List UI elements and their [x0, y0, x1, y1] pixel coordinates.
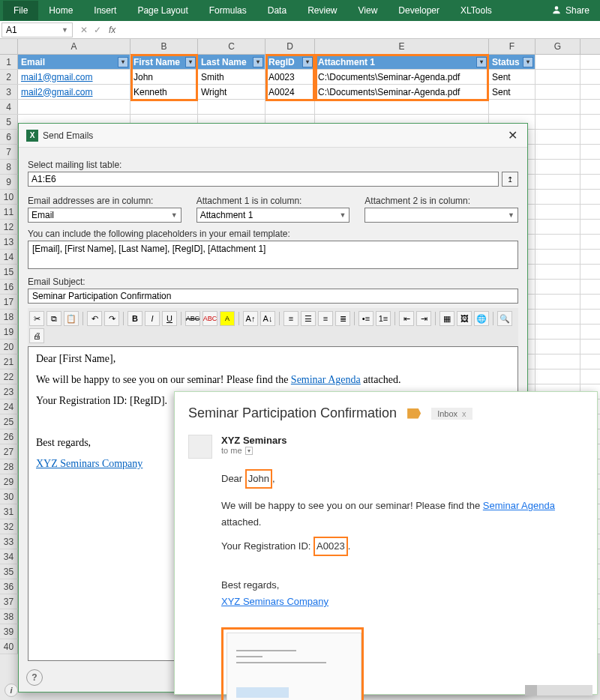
undo-icon[interactable]: ↶ [87, 311, 102, 326]
cell[interactable] [536, 100, 580, 114]
remove-label-icon[interactable]: x [462, 409, 466, 418]
print-icon[interactable]: 🖨 [29, 328, 44, 343]
fx-label[interactable]: fx [107, 25, 120, 35]
inbox-chip[interactable]: Inboxx [431, 408, 472, 420]
name-box[interactable]: A1 ▼ [2, 22, 73, 37]
row-header[interactable]: 32 [0, 519, 18, 534]
table-icon[interactable]: ▦ [440, 311, 454, 326]
ribbon-tab-data[interactable]: Data [257, 1, 297, 20]
row-header[interactable]: 28 [0, 459, 18, 474]
indent-icon[interactable]: ⇥ [416, 311, 431, 326]
cell[interactable] [536, 280, 580, 294]
row-header[interactable]: 18 [0, 310, 18, 324]
cell[interactable] [489, 100, 536, 114]
filter-icon[interactable]: ▾ [476, 57, 487, 67]
italic-button[interactable]: I [145, 311, 160, 326]
chevron-down-icon[interactable]: ▾ [245, 447, 253, 455]
label-tag-icon[interactable] [407, 408, 421, 419]
table-header-firstname[interactable]: First Name▾ [130, 55, 198, 69]
cell[interactable] [536, 190, 580, 204]
row-header[interactable]: 16 [0, 280, 18, 294]
ribbon-tab-formulas[interactable]: Formulas [199, 1, 257, 20]
row-header[interactable]: 35 [0, 564, 18, 579]
row-header[interactable]: 26 [0, 429, 18, 444]
col-header-d[interactable]: D [266, 39, 315, 54]
link-icon[interactable]: 🌐 [474, 311, 489, 326]
cell-email[interactable]: mail1@gmail.com [18, 70, 130, 84]
cancel-icon[interactable]: ✕ [80, 25, 88, 35]
cell[interactable] [536, 235, 580, 249]
attachment1-column-select[interactable]: Attachment 1▼ [196, 208, 350, 223]
seminar-agenda-link[interactable]: Seminar Agenda [483, 500, 555, 511]
ribbon-tab-review[interactable]: Review [297, 1, 347, 20]
row-header[interactable]: 14 [0, 250, 18, 264]
row-header[interactable]: 22 [0, 369, 18, 384]
cell-lastname[interactable]: Wright [198, 85, 266, 99]
cell-email[interactable]: mail2@gmail.com [18, 85, 130, 99]
row-header[interactable]: 6 [0, 130, 18, 144]
row-header[interactable]: 31 [0, 504, 18, 519]
filter-icon[interactable]: ▾ [523, 57, 533, 67]
cell-regid[interactable]: A0024 [266, 85, 315, 99]
attachment-card[interactable]: ▬▬▬▬▬▬▬▬▬▬▬▬▬▬▬▬▬▬▬▬▬▬▬▬▬▬▬▬▬▬▬▬▬▬▬▬▬▬▬▬… [226, 633, 362, 700]
cell[interactable] [536, 70, 580, 84]
redo-icon[interactable]: ↷ [104, 311, 119, 326]
seminar-agenda-link[interactable]: Seminar Agenda [291, 374, 361, 385]
row-header[interactable]: 5 [0, 115, 18, 129]
ribbon-tab-developer[interactable]: Developer [388, 1, 450, 20]
underline-button[interactable]: U [162, 311, 177, 326]
cell[interactable] [536, 295, 580, 309]
cell[interactable] [536, 145, 580, 159]
company-link[interactable]: XYZ Seminars Company [36, 458, 142, 469]
filter-icon[interactable]: ▾ [302, 57, 313, 67]
cell-status[interactable]: Sent [489, 70, 536, 84]
cell[interactable] [536, 310, 580, 324]
row-header[interactable]: 8 [0, 160, 18, 174]
cell[interactable] [536, 369, 580, 384]
cell[interactable] [536, 205, 580, 219]
row-header[interactable]: 11 [0, 205, 18, 219]
copy-icon[interactable]: ⧉ [46, 311, 62, 326]
filter-icon[interactable]: ▾ [253, 57, 263, 67]
align-center-icon[interactable]: ☰ [301, 311, 316, 326]
cell-firstname[interactable]: John [130, 70, 198, 84]
cell[interactable] [536, 265, 580, 279]
ribbon-tab-file[interactable]: File [3, 1, 38, 20]
cell-regid[interactable]: A0023 [266, 70, 315, 84]
find-icon[interactable]: 🔍 [497, 311, 512, 326]
ribbon-tab-page-layout[interactable]: Page Layout [127, 1, 198, 20]
cell-lastname[interactable]: Smith [198, 70, 266, 84]
gmail-to[interactable]: to me▾ [221, 446, 286, 455]
font-increase-icon[interactable]: A↑ [243, 311, 258, 326]
row-header[interactable]: 15 [0, 265, 18, 279]
row-header[interactable]: 13 [0, 235, 18, 249]
col-header-a[interactable]: A [18, 39, 130, 54]
text-color-button[interactable]: ABC [202, 311, 218, 326]
company-link[interactable]: XYZ Seminars Company [221, 596, 328, 607]
bullets-icon[interactable]: •≡ [358, 311, 374, 326]
cell[interactable] [536, 115, 580, 129]
table-header-attachment[interactable]: Attachment 1▾ [315, 55, 489, 69]
row-header[interactable]: 39 [0, 624, 18, 639]
cell-attachment[interactable]: C:\Documents\Seminar-Agenda.pdf [315, 85, 489, 99]
row-header[interactable]: 10 [0, 190, 18, 204]
table-header-regid[interactable]: RegID▾ [266, 55, 315, 69]
filter-icon[interactable]: ▾ [185, 57, 196, 67]
horizontal-scrollbar[interactable] [525, 685, 592, 696]
row-header[interactable]: 19 [0, 325, 18, 339]
row-header[interactable]: 12 [0, 220, 18, 234]
table-header-lastname[interactable]: Last Name▾ [198, 55, 266, 69]
row-header[interactable]: 9 [0, 175, 18, 189]
row-header[interactable]: 25 [0, 414, 18, 429]
row-header[interactable]: 38 [0, 609, 18, 624]
cell[interactable] [536, 160, 580, 174]
outdent-icon[interactable]: ⇤ [399, 311, 414, 326]
cell[interactable] [536, 325, 580, 339]
row-header[interactable]: 4 [0, 100, 18, 114]
cell-firstname[interactable]: Kenneth [130, 85, 198, 99]
filter-icon[interactable]: ▾ [118, 57, 128, 67]
cell[interactable] [536, 85, 580, 99]
bold-button[interactable]: B [128, 311, 142, 326]
row-header[interactable]: 37 [0, 594, 18, 609]
highlight-button[interactable]: A [220, 311, 235, 326]
